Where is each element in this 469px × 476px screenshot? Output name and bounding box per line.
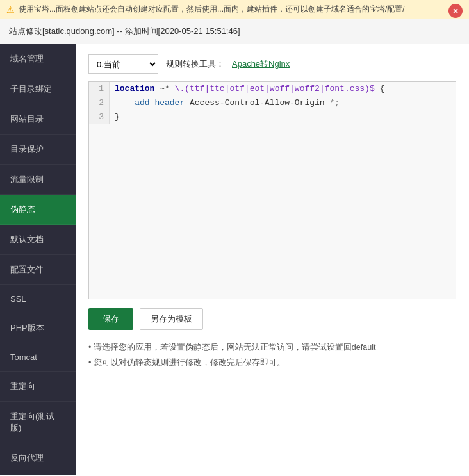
notes: 请选择您的应用，若设置伪静态后，网站无法正常访问，请尝试设置回default您可… — [88, 340, 456, 371]
toolbar-row: 0.当前1.历史版本12.历史版本2 规则转换工具： Apache转Nginx — [88, 54, 456, 74]
sidebar: 域名管理子目录绑定网站目录目录保护流量限制伪静态默认文档配置文件SSLPHP版本… — [0, 44, 76, 475]
code-line-3: 3} — [89, 110, 456, 124]
warning-bar: ⚠ 使用宝塔...面板创建站点还会自动创建对应配置，然后使用...面内，建站插件… — [0, 0, 469, 19]
title-bar: 站点修改[static.qudong.com] -- 添加时间[2020-05-… — [0, 19, 469, 44]
line-number-3: 3 — [89, 110, 110, 124]
sidebar-item-2[interactable]: 网站目录 — [0, 104, 76, 135]
note-item: 您可以对伪静态规则进行修改，修改完后保存即可。 — [88, 356, 456, 371]
button-row: 保存 另存为模板 — [88, 308, 456, 330]
sidebar-item-3[interactable]: 目录保护 — [0, 135, 76, 165]
sidebar-item-14[interactable]: 防盗链 — [0, 473, 76, 475]
code-token: ~* — [154, 84, 174, 94]
save-button[interactable]: 保存 — [88, 308, 133, 330]
line-content-3: } — [110, 110, 125, 124]
sidebar-item-8[interactable]: SSL — [0, 285, 76, 313]
code-token: add_header — [115, 98, 185, 108]
line-number-2: 2 — [89, 96, 110, 110]
title-text: 站点修改[static.qudong.com] -- 添加时间[2020-05-… — [9, 26, 240, 37]
sidebar-item-6[interactable]: 默认文档 — [0, 225, 76, 255]
code-line-2: 2 add_header Access-Control-Allow-Origin… — [89, 96, 456, 110]
main-content: 0.当前1.历史版本12.历史版本2 规则转换工具： Apache转Nginx … — [76, 44, 469, 475]
line-content-2: add_header Access-Control-Allow-Origin *… — [110, 96, 345, 110]
code-token: } — [115, 112, 120, 122]
code-token: { — [375, 84, 385, 94]
save-as-template-button[interactable]: 另存为模板 — [140, 308, 203, 330]
code-token: location — [115, 84, 154, 94]
warning-icon: ⚠ — [6, 4, 15, 15]
code-token: Access-Control-Allow-Origin — [185, 98, 329, 108]
sidebar-item-0[interactable]: 域名管理 — [0, 44, 76, 74]
line-content-1: location ~* \.(ttf|ttc|otf|eot|woff|woff… — [110, 82, 390, 96]
sidebar-item-11[interactable]: 重定向 — [0, 372, 76, 402]
warning-text: 使用宝塔...面板创建站点还会自动创建对应配置，然后使用...面内，建站插件，还… — [19, 4, 405, 15]
sidebar-item-13[interactable]: 反向代理 — [0, 443, 76, 473]
sidebar-item-1[interactable]: 子目录绑定 — [0, 74, 76, 104]
sidebar-item-10[interactable]: Tomcat — [0, 343, 76, 372]
code-token: \.(ttf|ttc|otf|eot|woff|woff2|font.css)$ — [175, 84, 375, 94]
code-editor[interactable]: 1location ~* \.(ttf|ttc|otf|eot|woff|wof… — [88, 81, 456, 299]
code-line-1: 1location ~* \.(ttf|ttc|otf|eot|woff|wof… — [89, 82, 456, 96]
sidebar-item-4[interactable]: 流量限制 — [0, 165, 76, 195]
sidebar-item-12[interactable]: 重定向(测试版) — [0, 402, 76, 443]
version-select[interactable]: 0.当前1.历史版本12.历史版本2 — [88, 54, 158, 74]
sidebar-item-7[interactable]: 配置文件 — [0, 255, 76, 285]
sidebar-item-9[interactable]: PHP版本 — [0, 313, 76, 343]
layout: 域名管理子目录绑定网站目录目录保护流量限制伪静态默认文档配置文件SSLPHP版本… — [0, 44, 469, 475]
close-button[interactable]: × — [448, 4, 463, 18]
note-item: 请选择您的应用，若设置伪静态后，网站无法正常访问，请尝试设置回default — [88, 340, 456, 356]
code-token: *; — [329, 98, 340, 108]
convert-tool-label: 规则转换工具： — [166, 58, 224, 70]
sidebar-item-5[interactable]: 伪静态 — [0, 195, 76, 225]
line-number-1: 1 — [89, 82, 110, 96]
convert-link[interactable]: Apache转Nginx — [232, 58, 290, 70]
